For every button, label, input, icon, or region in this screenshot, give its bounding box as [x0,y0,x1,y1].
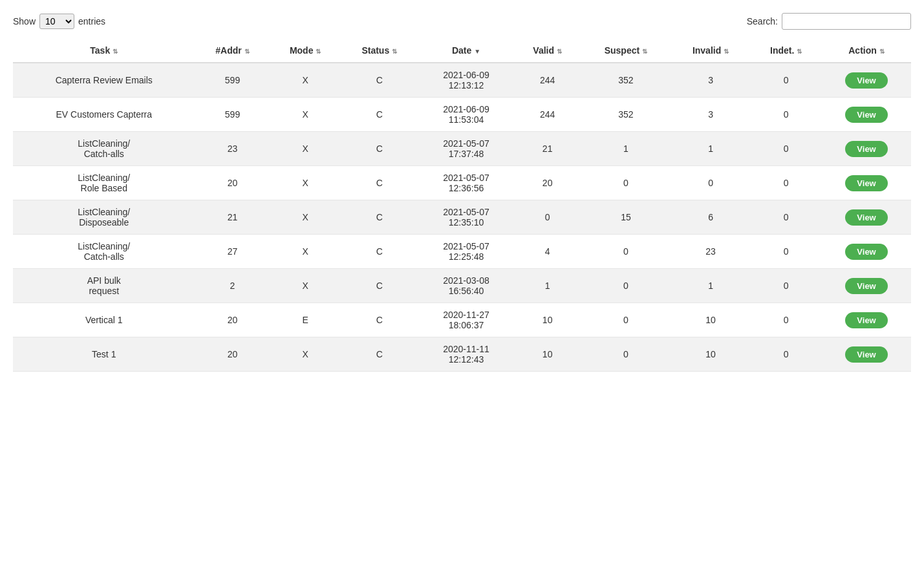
cell-mode: X [270,269,340,303]
cell-value-suspect: 352 [618,75,633,85]
cell-value-invalid: 3 [708,75,713,85]
cell-valid: 1 [514,269,581,303]
cell-mode: X [270,132,340,166]
cell-value-date: 2020-11-27 18:06:37 [443,310,489,330]
cell-action: View [822,63,911,98]
data-table: Task⇅#Addr⇅Mode⇅Status⇅Date▼Valid⇅Suspec… [13,39,911,372]
view-button[interactable]: View [845,175,887,191]
cell-value-mode: X [303,178,308,188]
cell-valid: 0 [514,200,581,235]
cell-status: C [341,303,418,337]
cell-value-status: C [376,178,383,188]
table-row: Vertical 120EC2020-11-27 18:06:37100100V… [13,303,911,337]
cell-value-invalid: 10 [705,349,716,359]
cell-task: Test 1 [13,337,195,372]
view-button[interactable]: View [845,346,887,363]
cell-value-addr: 20 [228,349,238,359]
view-button[interactable]: View [845,72,887,89]
entries-select[interactable]: 102550100 [39,14,74,29]
cell-value-suspect: 0 [623,178,629,188]
table-row: Test 120XC2020-11-11 12:12:43100100View [13,337,911,372]
col-header-suspect[interactable]: Suspect⇅ [581,39,671,63]
cell-value-addr: 599 [225,109,240,120]
cell-valid: 4 [514,235,581,269]
cell-valid: 244 [514,98,581,132]
col-header-mode[interactable]: Mode⇅ [270,39,340,63]
cell-value-suspect: 0 [623,315,629,325]
view-button[interactable]: View [845,107,887,123]
cell-mode: E [270,303,340,337]
table-row: ListCleaning/ Disposeable21XC2021-05-07 … [13,200,911,235]
col-header-task[interactable]: Task⇅ [13,39,195,63]
col-header-status[interactable]: Status⇅ [341,39,418,63]
view-button[interactable]: View [845,244,887,260]
show-entries-control: Show 102550100 entries [13,14,105,29]
cell-mode: X [270,200,340,235]
cell-value-indet: 0 [784,349,789,359]
cell-value-date: 2020-11-11 12:12:43 [443,344,489,365]
cell-value-addr: 20 [228,315,238,325]
cell-status: C [341,63,418,98]
cell-mode: X [270,337,340,372]
cell-value-invalid: 6 [708,212,713,222]
cell-value-task: ListCleaning/ Role Based [78,173,130,193]
col-header-invalid[interactable]: Invalid⇅ [671,39,751,63]
cell-invalid: 10 [671,303,751,337]
table-row: ListCleaning/ Catch-alls23XC2021-05-07 1… [13,132,911,166]
cell-action: View [822,200,911,235]
cell-value-invalid: 0 [708,178,713,188]
col-header-addr[interactable]: #Addr⇅ [195,39,270,63]
col-header-action[interactable]: Action⇅ [822,39,911,63]
col-header-date[interactable]: Date▼ [418,39,514,63]
cell-value-suspect: 1 [623,143,629,154]
cell-value-date: 2021-06-09 12:13:12 [443,70,489,90]
cell-status: C [341,269,418,303]
sort-icon: ⇅ [797,48,802,55]
search-box: Search: [747,13,911,30]
cell-addr: 599 [195,63,270,98]
cell-value-valid: 4 [545,246,550,257]
cell-value-valid: 20 [543,178,553,188]
cell-suspect: 1 [581,132,671,166]
cell-value-suspect: 15 [621,212,631,222]
cell-suspect: 0 [581,303,671,337]
col-header-valid[interactable]: Valid⇅ [514,39,581,63]
cell-value-task: Capterra Review Emails [56,75,153,85]
sort-desc-icon: ▼ [474,48,480,55]
cell-suspect: 0 [581,166,671,200]
cell-date: 2021-03-08 16:56:40 [418,269,514,303]
view-button[interactable]: View [845,141,887,157]
cell-value-status: C [376,212,383,222]
cell-invalid: 10 [671,337,751,372]
cell-invalid: 1 [671,269,751,303]
view-button[interactable]: View [845,209,887,226]
cell-status: C [341,235,418,269]
cell-value-status: C [376,349,383,359]
col-label: Indet. [770,45,794,56]
cell-value-status: C [376,143,383,154]
cell-value-suspect: 352 [618,109,633,120]
cell-indet: 0 [750,132,822,166]
cell-date: 2021-06-09 12:13:12 [418,63,514,98]
cell-value-addr: 599 [225,75,240,85]
cell-value-mode: X [303,109,308,120]
cell-addr: 21 [195,200,270,235]
search-input[interactable] [782,13,911,30]
cell-value-date: 2021-05-07 12:25:48 [443,241,489,262]
cell-value-task: Vertical 1 [85,315,123,325]
header-row: Task⇅#Addr⇅Mode⇅Status⇅Date▼Valid⇅Suspec… [13,39,911,63]
cell-valid: 244 [514,63,581,98]
cell-task: ListCleaning/ Role Based [13,166,195,200]
view-button[interactable]: View [845,278,887,294]
cell-value-task: ListCleaning/ Catch-alls [78,138,130,159]
cell-invalid: 3 [671,98,751,132]
view-button[interactable]: View [845,312,887,328]
col-header-indet[interactable]: Indet.⇅ [750,39,822,63]
cell-value-invalid: 10 [705,315,716,325]
cell-value-indet: 0 [784,143,789,154]
cell-value-suspect: 0 [623,349,629,359]
cell-value-addr: 2 [230,281,235,291]
cell-value-suspect: 0 [623,281,629,291]
cell-value-mode: X [303,143,308,154]
cell-date: 2021-05-07 12:35:10 [418,200,514,235]
